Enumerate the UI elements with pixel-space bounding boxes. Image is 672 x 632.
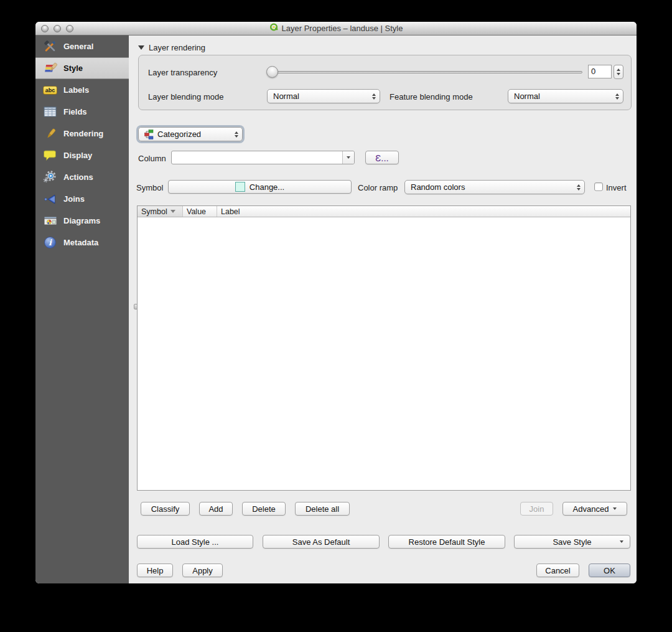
transparency-stepper[interactable] xyxy=(614,65,623,79)
save-as-default-label: Save As Default xyxy=(292,537,350,547)
layer-transparency-label: Layer transparency xyxy=(148,68,217,77)
cancel-label: Cancel xyxy=(545,566,570,575)
diagram-icon xyxy=(42,214,58,229)
traffic-lights xyxy=(41,25,73,32)
sidebar-item-general[interactable]: General xyxy=(35,35,129,57)
epsilon-label: Ɛ... xyxy=(375,153,389,163)
sidebar-item-fields[interactable]: Fields xyxy=(35,101,129,123)
gears-icon xyxy=(42,170,58,185)
advanced-label: Advanced xyxy=(573,504,609,514)
sidebar-item-label: Rendering xyxy=(63,129,103,138)
sidebar-item-rendering[interactable]: Rendering xyxy=(35,123,129,144)
section-title: Layer rendering xyxy=(149,43,205,52)
help-label: Help xyxy=(147,566,164,575)
layer-blending-value: Normal xyxy=(273,92,299,101)
symbol-label: Symbol xyxy=(136,183,163,192)
chevron-down-icon xyxy=(613,507,617,510)
table-body-empty[interactable] xyxy=(138,217,630,491)
color-ramp-label: Color ramp xyxy=(358,183,398,192)
join-label: Join xyxy=(530,504,544,514)
categorized-icon xyxy=(144,130,154,139)
table-header: Symbol Value Label xyxy=(138,206,630,217)
sidebar-item-diagrams[interactable]: Diagrams xyxy=(35,210,129,232)
sidebar-item-label: Fields xyxy=(63,107,87,116)
feature-blending-dropdown[interactable]: Normal xyxy=(508,89,623,103)
sidebar-item-label: Metadata xyxy=(63,238,98,247)
column-header-label-col[interactable]: Label xyxy=(217,206,630,217)
sort-descending-icon xyxy=(170,210,175,213)
paintbrush-icon xyxy=(42,61,58,76)
invert-checkbox[interactable] xyxy=(594,182,603,191)
titlebar[interactable]: Layer Properties – landuse | Style xyxy=(35,22,637,35)
color-ramp-value: Random colors xyxy=(411,182,465,192)
popup-arrows-icon xyxy=(615,90,619,103)
delete-all-button[interactable]: Delete all xyxy=(295,502,350,516)
sidebar-item-metadata[interactable]: i Metadata xyxy=(35,232,129,253)
info-icon: i xyxy=(42,235,58,250)
title-wrap: Layer Properties – landuse | Style xyxy=(35,22,637,34)
layer-rendering-section-header[interactable]: Layer rendering xyxy=(138,43,205,52)
sidebar-item-labels[interactable]: abc Labels xyxy=(35,79,129,101)
popup-arrows-icon xyxy=(577,181,581,194)
delete-button[interactable]: Delete xyxy=(242,502,286,516)
renderer-type-value: Categorized xyxy=(157,130,201,139)
add-button[interactable]: Add xyxy=(199,502,233,516)
layer-blending-dropdown[interactable]: Normal xyxy=(267,89,380,103)
sidebar-item-display[interactable]: Display xyxy=(35,144,129,166)
sidebar-item-label: Joins xyxy=(63,194,85,204)
column-header-label: Symbol xyxy=(141,207,167,216)
layer-rendering-groupbox: Layer transparency 0 Layer blending mode… xyxy=(138,55,632,110)
chevron-down-icon xyxy=(347,156,350,159)
info-icon-text: i xyxy=(44,237,56,248)
classify-label: Classify xyxy=(151,504,180,514)
symbol-swatch xyxy=(235,182,245,192)
qgis-icon xyxy=(269,22,279,34)
apply-label: Apply xyxy=(192,566,213,575)
classify-button[interactable]: Classify xyxy=(141,502,190,516)
layer-transparency-slider[interactable] xyxy=(267,71,582,73)
transparency-value-field[interactable]: 0 xyxy=(588,65,612,78)
change-symbol-button[interactable]: Change... xyxy=(168,180,352,194)
combo-dropdown-button[interactable] xyxy=(342,151,354,164)
cancel-button[interactable]: Cancel xyxy=(536,564,579,577)
zoom-button[interactable] xyxy=(66,25,73,32)
sidebar-item-style[interactable]: Style xyxy=(35,57,129,79)
brush-icon xyxy=(42,126,58,141)
sidebar-item-actions[interactable]: Actions xyxy=(35,166,129,188)
minimize-button[interactable] xyxy=(54,25,61,32)
save-style-label: Save Style xyxy=(553,537,591,547)
save-style-button[interactable]: Save Style xyxy=(514,535,630,549)
renderer-type-dropdown[interactable]: Categorized xyxy=(138,127,243,141)
layer-properties-window: Layer Properties – landuse | Style Gener… xyxy=(35,22,637,583)
column-header-symbol[interactable]: Symbol xyxy=(138,206,183,217)
ok-button[interactable]: OK xyxy=(589,564,630,577)
sidebar-item-label: Diagrams xyxy=(63,216,100,225)
slider-handle[interactable] xyxy=(266,66,278,78)
column-combobox[interactable] xyxy=(171,151,355,164)
sidebar-item-label: Style xyxy=(63,64,83,73)
sidebar-item-label: Display xyxy=(63,151,92,160)
close-button[interactable] xyxy=(41,25,49,32)
ok-label: OK xyxy=(604,566,615,575)
invert-label: Invert xyxy=(606,183,627,192)
save-as-default-button[interactable]: Save As Default xyxy=(263,535,380,549)
expression-builder-button[interactable]: Ɛ... xyxy=(365,151,399,164)
classes-table[interactable]: Symbol Value Label xyxy=(137,205,631,491)
sidebar-item-joins[interactable]: Joins xyxy=(35,188,129,210)
column-header-value[interactable]: Value xyxy=(183,206,217,217)
stepper-down-icon[interactable] xyxy=(617,73,620,75)
abc-tag-text: abc xyxy=(43,86,58,95)
restore-default-style-button[interactable]: Restore Default Style xyxy=(388,535,505,549)
load-style-button[interactable]: Load Style ... xyxy=(137,535,253,549)
color-ramp-dropdown[interactable]: Random colors xyxy=(404,180,585,194)
disclosure-triangle-icon xyxy=(138,45,144,50)
apply-button[interactable]: Apply xyxy=(182,564,223,577)
help-button[interactable]: Help xyxy=(137,564,173,577)
column-header-label: Value xyxy=(187,207,206,216)
advanced-button[interactable]: Advanced xyxy=(562,502,627,516)
sidebar-item-label: Actions xyxy=(63,172,93,182)
join-button[interactable]: Join xyxy=(520,502,553,516)
stepper-up-icon[interactable] xyxy=(617,68,620,71)
sidebar: General Style ab xyxy=(35,35,129,583)
delete-label: Delete xyxy=(252,504,276,514)
